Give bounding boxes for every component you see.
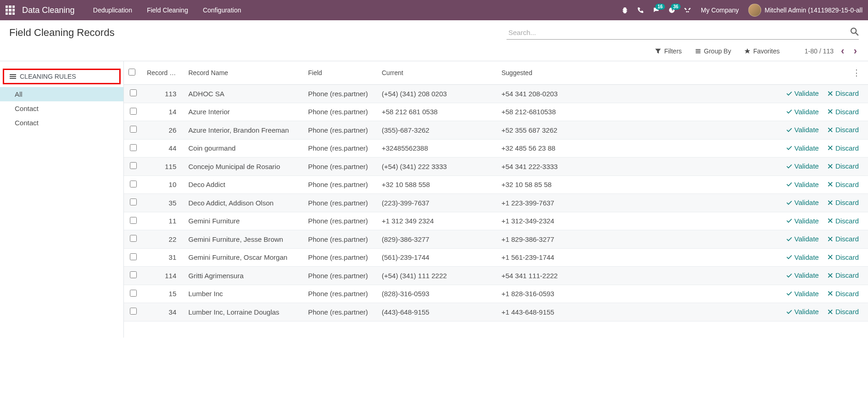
col-field[interactable]: Field: [303, 61, 377, 85]
cell-suggested: +54 341 222-3333: [497, 158, 617, 176]
discard-button[interactable]: Discard: [827, 217, 859, 225]
discard-button[interactable]: Discard: [827, 144, 859, 152]
row-checkbox[interactable]: [130, 271, 137, 278]
validate-button[interactable]: Validate: [786, 144, 819, 152]
tools-icon[interactable]: [680, 6, 695, 14]
discard-button[interactable]: Discard: [827, 199, 859, 206]
row-checkbox[interactable]: [130, 308, 137, 315]
list-icon: [695, 48, 701, 54]
control-panel: Field Cleaning Records Filters Group By …: [0, 20, 868, 61]
cell-record-name: Lumber Inc, Lorraine Douglas: [184, 303, 303, 321]
row-checkbox[interactable]: [130, 108, 137, 115]
row-checkbox[interactable]: [130, 217, 137, 224]
discard-button[interactable]: Discard: [827, 271, 859, 279]
row-checkbox[interactable]: [130, 181, 137, 187]
cell-record-id: 115: [142, 158, 184, 176]
user-menu[interactable]: Mitchell Admin (14119829-15-0-all: [745, 4, 862, 17]
nav-field-cleaning[interactable]: Field Cleaning: [140, 6, 196, 14]
validate-button[interactable]: Validate: [786, 108, 819, 116]
discard-button[interactable]: Discard: [827, 162, 859, 170]
favorites-button[interactable]: Favorites: [738, 46, 786, 57]
check-icon: [786, 145, 792, 151]
row-checkbox[interactable]: [130, 290, 137, 297]
col-record-id[interactable]: Record …: [142, 61, 184, 85]
phone-icon[interactable]: [633, 6, 648, 14]
company-name[interactable]: My Company: [695, 6, 744, 14]
check-icon: [786, 254, 792, 260]
table-row[interactable]: 11Gemini FurniturePhone (res.partner)+1 …: [124, 212, 868, 230]
table-row[interactable]: 22Gemini Furniture, Jesse BrownPhone (re…: [124, 230, 868, 249]
nav-configuration[interactable]: Configuration: [195, 6, 248, 14]
table-row[interactable]: 34Lumber Inc, Lorraine DouglasPhone (res…: [124, 303, 868, 321]
cell-suggested: +1 312-349-2324: [497, 212, 617, 230]
col-current[interactable]: Current: [377, 61, 497, 85]
col-record-name[interactable]: Record Name: [184, 61, 303, 85]
table-row[interactable]: 115Concejo Municipal de RosarioPhone (re…: [124, 158, 868, 176]
col-suggested[interactable]: Suggested: [497, 61, 617, 85]
table-row[interactable]: 10Deco AddictPhone (res.partner)+32 10 5…: [124, 175, 868, 194]
validate-button[interactable]: Validate: [786, 126, 819, 134]
sidebar-item[interactable]: All: [0, 87, 123, 101]
validate-button[interactable]: Validate: [786, 89, 819, 97]
cell-record-id: 14: [142, 103, 184, 121]
cell-current: +32485562388: [377, 139, 497, 158]
cell-current: (443)-648-9155: [377, 303, 497, 321]
sidebar-item[interactable]: Contact: [0, 101, 123, 116]
validate-button[interactable]: Validate: [786, 253, 819, 261]
validate-button[interactable]: Validate: [786, 271, 819, 279]
apps-icon[interactable]: [6, 6, 15, 15]
cell-current: (829)-386-3277: [377, 230, 497, 249]
select-all-checkbox[interactable]: [128, 69, 135, 76]
table-row[interactable]: 44Coin gourmandPhone (res.partner)+32485…: [124, 139, 868, 158]
table-row[interactable]: 14Azure InteriorPhone (res.partner)+58 2…: [124, 103, 868, 121]
sidebar: CLEANING RULES AllContactContact: [0, 61, 124, 338]
discard-button[interactable]: Discard: [827, 290, 859, 298]
activities-icon[interactable]: 36: [664, 6, 680, 14]
discard-button[interactable]: Discard: [827, 308, 859, 316]
table-row[interactable]: 114Gritti AgrimensuraPhone (res.partner)…: [124, 267, 868, 285]
filters-button[interactable]: Filters: [648, 46, 688, 57]
cell-record-name: Coin gourmand: [184, 139, 303, 158]
table-row[interactable]: 113ADHOC SAPhone (res.partner)(+54) (341…: [124, 85, 868, 103]
bug-icon[interactable]: [617, 6, 633, 14]
app-title[interactable]: Data Cleaning: [22, 6, 75, 15]
table-row[interactable]: 31Gemini Furniture, Oscar MorganPhone (r…: [124, 248, 868, 267]
table-row[interactable]: 35Deco Addict, Addison OlsonPhone (res.p…: [124, 194, 868, 212]
search-input[interactable]: [507, 26, 859, 40]
row-checkbox[interactable]: [130, 89, 137, 96]
cell-field: Phone (res.partner): [303, 212, 377, 230]
row-checkbox[interactable]: [130, 253, 137, 260]
row-checkbox[interactable]: [130, 162, 137, 169]
discard-button[interactable]: Discard: [827, 181, 859, 188]
validate-button[interactable]: Validate: [786, 199, 819, 206]
validate-button[interactable]: Validate: [786, 308, 819, 316]
pager-text[interactable]: 1-80 / 113: [804, 47, 833, 55]
sidebar-item[interactable]: Contact: [0, 116, 123, 130]
discard-button[interactable]: Discard: [827, 89, 859, 97]
pager-prev-icon[interactable]: ‹: [839, 45, 846, 57]
discard-button[interactable]: Discard: [827, 126, 859, 134]
nav-deduplication[interactable]: Deduplication: [86, 6, 140, 14]
sidebar-header[interactable]: CLEANING RULES: [3, 69, 121, 84]
validate-button[interactable]: Validate: [786, 290, 819, 298]
validate-button[interactable]: Validate: [786, 235, 819, 243]
table-row[interactable]: 26Azure Interior, Brandon FreemanPhone (…: [124, 121, 868, 140]
row-checkbox[interactable]: [130, 144, 137, 151]
groupby-button[interactable]: Group By: [688, 46, 738, 57]
table-row[interactable]: 15Lumber IncPhone (res.partner)(828)-316…: [124, 285, 868, 303]
validate-button[interactable]: Validate: [786, 162, 819, 170]
discard-button[interactable]: Discard: [827, 253, 859, 261]
kebab-icon[interactable]: ⋮: [852, 68, 861, 77]
row-checkbox[interactable]: [130, 126, 137, 133]
discard-button[interactable]: Discard: [827, 235, 859, 243]
search-icon[interactable]: [851, 28, 859, 37]
row-checkbox[interactable]: [130, 199, 137, 205]
discard-button[interactable]: Discard: [827, 108, 859, 116]
pager-next-icon[interactable]: ›: [852, 45, 859, 57]
cell-record-name: Azure Interior, Brandon Freeman: [184, 121, 303, 140]
row-checkbox[interactable]: [130, 235, 137, 242]
validate-button[interactable]: Validate: [786, 181, 819, 188]
validate-button[interactable]: Validate: [786, 217, 819, 225]
messages-icon[interactable]: 16: [648, 6, 664, 14]
cell-current: (+54) (341) 111 2222: [377, 267, 497, 285]
